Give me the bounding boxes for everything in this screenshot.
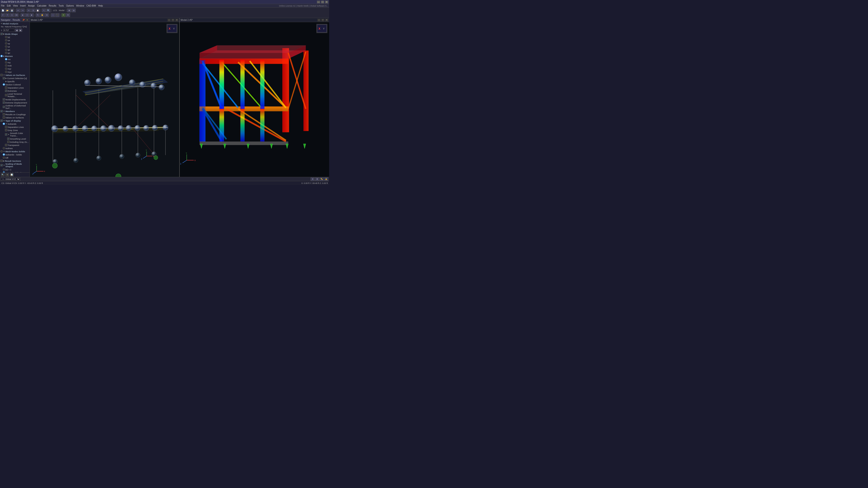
- tb-select[interactable]: ↖: [42, 8, 46, 12]
- nav-bottom-btn-2[interactable]: ⚙: [5, 173, 9, 176]
- nav-isolines[interactable]: Isolines: [0, 147, 30, 150]
- scale-u1-radio[interactable]: [3, 168, 5, 170]
- nav-mode-shape-section[interactable]: ▶ Mode Shape: [0, 32, 30, 35]
- tb-undo[interactable]: ↩: [16, 8, 20, 12]
- tb-open[interactable]: 📂: [5, 8, 9, 12]
- nav-mass-my[interactable]: my: [0, 61, 30, 64]
- tb-results-on[interactable]: R: [61, 13, 66, 17]
- tb-cut[interactable]: ✂: [27, 8, 31, 12]
- tb-side[interactable]: S: [10, 13, 14, 17]
- nav-extreme-displacement[interactable]: Extreme Displacement: [0, 101, 30, 104]
- nav-isobands[interactable]: ▼ Isobands: [0, 122, 30, 125]
- frequency-input[interactable]: [3, 29, 14, 32]
- nav-extremes[interactable]: Extremes: [0, 89, 30, 92]
- isobands-solids-radio[interactable]: [3, 153, 5, 156]
- results-couplings-checkbox[interactable]: [3, 113, 5, 116]
- nav-mode-ux[interactable]: ux: [0, 39, 30, 42]
- mode-phix-radio[interactable]: [5, 48, 7, 51]
- nav-mass-myz[interactable]: myz: [0, 70, 30, 73]
- mesh-nodes-radio[interactable]: [0, 150, 3, 153]
- isobands-radio[interactable]: [3, 123, 5, 125]
- nav-scale-u1[interactable]: |u| = 1: [0, 168, 30, 171]
- vp-left-minimize[interactable]: ▽: [171, 19, 175, 22]
- sep-lines-2-checkbox[interactable]: [5, 126, 7, 128]
- scaling-checkbox[interactable]: [0, 164, 3, 166]
- tb-3d[interactable]: 3D: [14, 13, 19, 17]
- nav-mode-phiz[interactable]: φz: [0, 51, 30, 55]
- result-sections-checkbox[interactable]: [0, 160, 3, 162]
- vp-right-close[interactable]: ✕: [325, 19, 328, 22]
- nav-isobands-solids[interactable]: Isobands - Solids: [0, 153, 30, 156]
- nav-separation-lines-1[interactable]: Separation Lines: [0, 86, 30, 89]
- nav-results-couplings[interactable]: Results on Couplings: [0, 113, 30, 116]
- nav-bottom-btn-1[interactable]: 🔍: [1, 173, 4, 176]
- tb-paste[interactable]: 📋: [36, 8, 40, 12]
- nav-transparent[interactable]: Transparent: [0, 143, 30, 147]
- nav-mass-myr[interactable]: myr: [0, 67, 30, 70]
- masses-radio[interactable]: [0, 55, 3, 57]
- my-radio[interactable]: [5, 61, 7, 64]
- nav-local-torsional[interactable]: Local Torsional Rotatio...: [0, 92, 30, 98]
- tb-view1[interactable]: ⊞: [67, 8, 71, 12]
- nav-gray-zone[interactable]: Gray Zone: [0, 129, 30, 132]
- nav-specific[interactable]: ▶ Specific: [0, 80, 30, 83]
- tb-copy[interactable]: ⎘: [31, 8, 35, 12]
- nav-close-button[interactable]: ✕: [26, 19, 29, 21]
- members-checkbox[interactable]: [0, 110, 3, 112]
- nav-including-gray-zone[interactable]: Including Gray Zo...: [0, 140, 30, 143]
- sep-lines-1-checkbox[interactable]: [5, 87, 7, 89]
- menu-file[interactable]: File: [1, 4, 4, 7]
- tb-zoom[interactable]: 🔍: [46, 8, 51, 12]
- nav-mode-uy[interactable]: uy: [0, 42, 30, 45]
- nav-mass-mxk[interactable]: mxk: [0, 64, 30, 67]
- viewport-right-controls[interactable]: □ ▽ ✕: [317, 19, 328, 22]
- values-surfaces-checkbox[interactable]: [0, 74, 3, 76]
- nav-mesh-nodes-section[interactable]: ▼ Mesh Nodes Solids: [0, 150, 30, 153]
- mode-ux-radio[interactable]: [5, 39, 7, 41]
- isolines-radio[interactable]: [3, 147, 5, 149]
- menu-cad-bim[interactable]: CAD-BIM: [86, 4, 96, 7]
- nav-scaling-section[interactable]: ▼ Scaling of Mode Shapes: [0, 162, 30, 168]
- nav-mode-u-abs[interactable]: |u|: [0, 35, 30, 39]
- nav-outlines-deformed[interactable]: Outlines of Deformed Surf...: [0, 104, 30, 109]
- menu-window[interactable]: Window: [76, 4, 84, 7]
- bt-lock-btn[interactable]: 🔒: [324, 177, 328, 181]
- extremes-checkbox[interactable]: [5, 90, 7, 92]
- vp-right-minimize[interactable]: ▽: [321, 19, 324, 22]
- tb-solid[interactable]: ■: [30, 13, 34, 17]
- nodal-disp-checkbox[interactable]: [3, 98, 5, 101]
- menu-insert[interactable]: Insert: [20, 4, 26, 7]
- mode-uy-radio[interactable]: [5, 42, 7, 44]
- window-controls[interactable]: — ☐ ✕: [317, 1, 328, 3]
- values-surf-2-checkbox[interactable]: [3, 116, 5, 119]
- orientation-cube-right[interactable]: X Y: [316, 24, 327, 33]
- menu-calculate[interactable]: Calculate: [37, 4, 46, 7]
- nav-mode-phix[interactable]: φx: [0, 48, 30, 51]
- type-display-checkbox[interactable]: [0, 120, 3, 122]
- mxk-radio[interactable]: [5, 64, 7, 67]
- menu-help[interactable]: Help: [98, 4, 103, 7]
- tb-rotate[interactable]: ↻: [36, 13, 40, 17]
- menu-view[interactable]: View: [13, 4, 18, 7]
- nav-result-sections[interactable]: ▶ Result Sections: [0, 159, 30, 162]
- transparent-checkbox[interactable]: [5, 144, 7, 146]
- scene-right[interactable]: X Y: [180, 22, 329, 177]
- nav-smooth-color[interactable]: ▼ Smooth Color Transi...: [0, 132, 30, 137]
- orientation-cube-left[interactable]: X Y: [166, 24, 178, 33]
- bt-measure-btn[interactable]: 📏: [320, 177, 324, 181]
- tb-front[interactable]: F: [1, 13, 5, 17]
- nav-type-display[interactable]: ▼ Type of display: [0, 119, 30, 122]
- minimize-button[interactable]: —: [317, 1, 320, 3]
- menu-tools[interactable]: Tools: [59, 4, 64, 7]
- tb-wireframe[interactable]: ⬡: [25, 13, 29, 17]
- myr-radio[interactable]: [5, 68, 7, 70]
- nav-off[interactable]: Off: [0, 156, 30, 159]
- tb-new[interactable]: 📄: [1, 8, 5, 12]
- tb-results-off[interactable]: R: [66, 13, 70, 17]
- close-button[interactable]: ✕: [325, 1, 328, 3]
- including-gray-checkbox[interactable]: [7, 141, 9, 143]
- freq-next-button[interactable]: ▶: [19, 29, 22, 32]
- mx-radio[interactable]: [5, 58, 7, 60]
- myz-radio[interactable]: [5, 71, 7, 73]
- vp-left-close[interactable]: ✕: [175, 19, 178, 22]
